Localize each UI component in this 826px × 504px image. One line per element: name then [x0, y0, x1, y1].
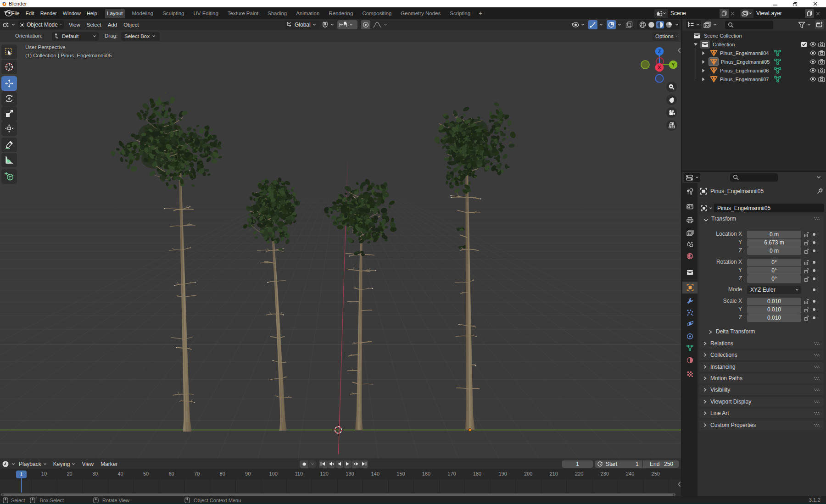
svg-text:Y: Y [671, 62, 675, 67]
svg-text:X: X [658, 65, 661, 70]
svg-text:Z: Z [658, 49, 661, 54]
